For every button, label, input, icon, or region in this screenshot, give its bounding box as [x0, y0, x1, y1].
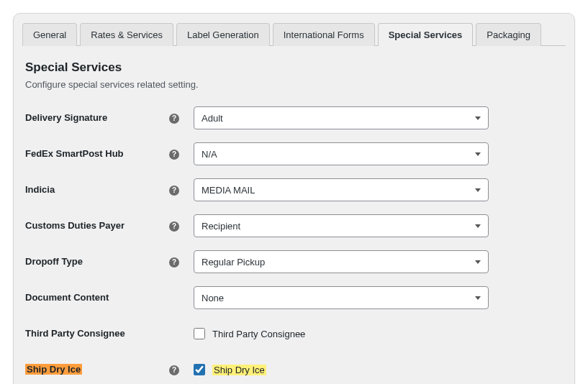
- chevron-down-icon: [475, 296, 481, 300]
- chevron-down-icon: [475, 260, 481, 264]
- help-icon[interactable]: ?: [169, 257, 179, 268]
- chevron-down-icon: [475, 188, 481, 192]
- settings-panel: General Rates & Services Label Generatio…: [13, 13, 575, 384]
- select-value: N/A: [202, 149, 217, 160]
- row-third-party-consignee: Third Party Consignee Third Party Consig…: [25, 321, 563, 346]
- row-dropoff-type: Dropoff Type ? Regular Pickup: [25, 250, 563, 274]
- row-ship-dry-ice: Ship Dry Ice ? Ship Dry Ice: [25, 357, 563, 382]
- select-delivery-signature[interactable]: Adult: [194, 106, 489, 129]
- tab-packaging[interactable]: Packaging: [476, 23, 541, 46]
- tab-bar: General Rates & Services Label Generatio…: [14, 14, 574, 45]
- highlighted-checkbox-label: Ship Dry Ice: [212, 365, 266, 375]
- checkbox-label-ship-dry-ice: Ship Dry Ice: [212, 365, 266, 375]
- chevron-down-icon: [475, 116, 481, 120]
- label-indicia: Indicia: [25, 184, 169, 196]
- row-document-content: Document Content None: [25, 285, 563, 310]
- checkbox-third-party-consignee[interactable]: [194, 328, 205, 339]
- select-document-content[interactable]: None: [194, 286, 489, 309]
- select-customs-payer[interactable]: Recipient: [194, 214, 489, 237]
- help-icon[interactable]: ?: [169, 221, 179, 232]
- label-third-party-consignee: Third Party Consignee: [25, 328, 169, 340]
- select-value: Adult: [202, 113, 223, 124]
- select-value: Regular Pickup: [202, 257, 265, 268]
- label-document-content: Document Content: [25, 292, 169, 304]
- label-delivery-signature: Delivery Signature: [25, 112, 169, 124]
- tab-rates-services[interactable]: Rates & Services: [80, 23, 173, 46]
- label-ship-dry-ice: Ship Dry Ice: [25, 364, 169, 376]
- help-icon[interactable]: ?: [169, 114, 179, 124]
- help-icon[interactable]: ?: [169, 186, 179, 196]
- label-customs-payer: Customs Duties Payer: [25, 220, 169, 232]
- tab-general[interactable]: General: [22, 23, 77, 46]
- label-dropoff-type: Dropoff Type: [25, 256, 169, 268]
- help-icon[interactable]: ?: [169, 150, 179, 160]
- select-indicia[interactable]: MEDIA MAIL: [194, 178, 489, 201]
- row-delivery-signature: Delivery Signature ? Adult: [25, 106, 563, 130]
- tab-label-generation[interactable]: Label Generation: [176, 23, 270, 46]
- help-icon[interactable]: ?: [169, 365, 179, 375]
- chevron-down-icon: [475, 152, 481, 156]
- row-indicia: Indicia ? MEDIA MAIL: [25, 178, 563, 202]
- row-smartpost-hub: FedEx SmartPost Hub ? N/A: [25, 142, 563, 166]
- select-dropoff-type[interactable]: Regular Pickup: [194, 250, 489, 273]
- section-title: Special Services: [25, 60, 563, 75]
- row-customs-payer: Customs Duties Payer ? Recipient: [25, 214, 563, 238]
- select-smartpost-hub[interactable]: N/A: [194, 142, 489, 165]
- select-value: None: [202, 293, 224, 303]
- tab-content: Special Services Configure special servi…: [14, 46, 574, 384]
- chevron-down-icon: [475, 224, 481, 228]
- tab-special-services[interactable]: Special Services: [378, 23, 474, 46]
- label-smartpost-hub: FedEx SmartPost Hub: [25, 148, 169, 160]
- select-value: Recipient: [202, 221, 240, 232]
- checkbox-ship-dry-ice[interactable]: [194, 364, 205, 375]
- tab-international-forms[interactable]: International Forms: [273, 23, 375, 46]
- select-value: MEDIA MAIL: [202, 185, 255, 196]
- highlighted-label: Ship Dry Ice: [25, 364, 82, 375]
- checkbox-label-third-party-consignee: Third Party Consignee: [212, 329, 305, 339]
- section-description: Configure special services related setti…: [25, 79, 563, 90]
